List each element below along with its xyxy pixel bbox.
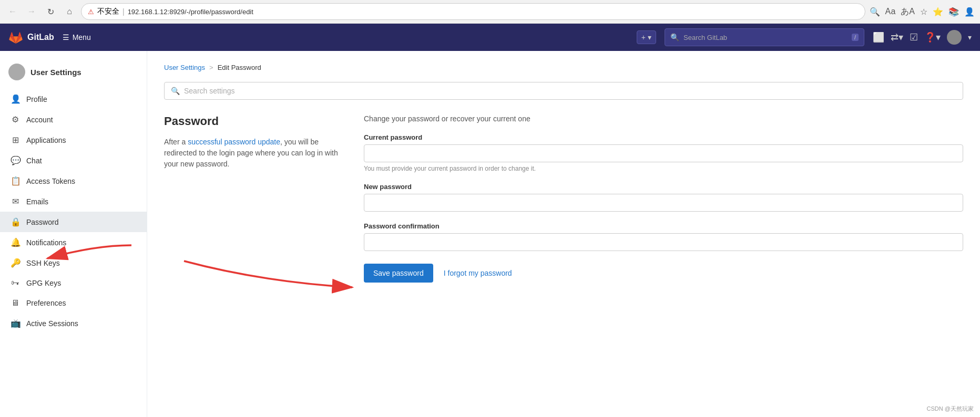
sidebar-avatar <box>8 64 25 80</box>
content-right: Change your password or recover your cur… <box>364 114 963 283</box>
sidebar-item-account[interactable]: ⚙ Account <box>0 109 147 130</box>
sidebar-item-label-gpg-keys: GPG Keys <box>26 279 61 287</box>
hamburger-icon: ☰ <box>63 33 69 41</box>
new-password-input[interactable] <box>364 194 963 212</box>
access-tokens-nav-icon: 📋 <box>11 176 20 186</box>
sidebar-item-label-ssh-keys: SSH Keys <box>26 259 60 267</box>
header-icons: ⬜ ⇄▾ ☑ ❓▾ ▾ <box>873 30 972 45</box>
sidebar-item-notifications[interactable]: 🔔 Notifications <box>0 232 147 253</box>
gitlab-logo[interactable]: GitLab <box>8 30 54 45</box>
current-password-label: Current password <box>364 133 963 141</box>
sidebar-item-label-emails: Emails <box>26 197 48 206</box>
profile-icon[interactable]: 👤 <box>964 7 975 17</box>
new-password-label: New password <box>364 183 963 191</box>
sidebar-item-label-profile: Profile <box>26 95 47 103</box>
sidebar-item-applications[interactable]: ⊞ Applications <box>0 130 147 150</box>
sidebar-item-password[interactable]: 🔒 Password <box>0 212 147 232</box>
sidebar-item-ssh-keys[interactable]: 🔑 SSH Keys <box>0 253 147 273</box>
gitlab-logo-text: GitLab <box>27 33 54 42</box>
app-body: User Settings 👤 Profile ⚙ Account ⊞ Appl… <box>0 51 980 417</box>
sidebar-nav: 👤 Profile ⚙ Account ⊞ Applications 💬 Cha… <box>0 89 147 333</box>
sidebar-title: User Settings <box>30 68 81 77</box>
sidebar-item-chat[interactable]: 💬 Chat <box>0 150 147 171</box>
header-search-input[interactable] <box>683 34 848 41</box>
sidebar-item-label-chat: Chat <box>26 157 42 165</box>
slash-shortcut: / <box>852 34 859 41</box>
home-button[interactable]: ⌂ <box>62 4 77 19</box>
content-left: Password After a successful password upd… <box>164 114 343 283</box>
breadcrumb-current: Edit Password <box>218 64 261 71</box>
address-separator: | <box>122 7 125 16</box>
password-confirmation-group: Password confirmation <box>364 222 963 251</box>
reader-mode-icon[interactable]: Аа <box>885 7 896 16</box>
sidebar-item-preferences[interactable]: 🖥 Preferences <box>0 293 147 313</box>
change-password-header: Change your password or recover your cur… <box>364 114 963 123</box>
settings-search-bar[interactable]: 🔍 <box>164 82 963 100</box>
sidebar-item-label-preferences: Preferences <box>26 299 66 307</box>
gitlab-fox-icon <box>8 30 23 45</box>
help-icon[interactable]: ❓▾ <box>924 32 941 43</box>
forward-button[interactable]: → <box>24 4 39 19</box>
browser-right-icons: 🔍 Аа あА ☆ ⭐ 📚 👤 <box>870 6 975 17</box>
notifications-nav-icon: 🔔 <box>11 237 20 247</box>
main-content: User Settings > Edit Password 🔍 Password… <box>147 51 980 417</box>
section-description: After a successful password update, you … <box>164 137 343 170</box>
translate-icon[interactable]: あА <box>901 6 915 17</box>
section-desc-part1: After a <box>164 138 188 146</box>
breadcrumb-parent[interactable]: User Settings <box>164 64 205 71</box>
add-button[interactable]: + ▾ <box>637 30 656 44</box>
sidebar-item-active-sessions[interactable]: 📺 Active Sessions <box>0 313 147 333</box>
sidebar-item-gpg-keys[interactable]: 🗝 GPG Keys <box>0 273 147 293</box>
sidebar-item-emails[interactable]: ✉ Emails <box>0 191 147 212</box>
current-password-input[interactable] <box>364 144 963 162</box>
gpg-keys-nav-icon: 🗝 <box>11 278 20 288</box>
password-confirmation-input[interactable] <box>364 233 963 251</box>
settings-search-icon: 🔍 <box>171 87 180 95</box>
merge-requests-icon[interactable]: ⇄▾ <box>891 32 903 43</box>
address-bar[interactable]: ⚠ 不安全 | 192.168.1.12:8929/-/profile/pass… <box>81 3 865 20</box>
form-actions: Save password I forgot my password <box>364 264 963 283</box>
save-password-button[interactable]: Save password <box>364 264 433 283</box>
breadcrumb-separator: > <box>209 64 213 71</box>
sidebar-item-access-tokens[interactable]: 📋 Access Tokens <box>0 171 147 191</box>
gitlab-header: GitLab ☰ Menu + ▾ 🔍 / ⬜ ⇄▾ ☑ ❓▾ ▾ <box>0 24 980 51</box>
warning-text: 不安全 <box>97 7 119 16</box>
favorites-icon[interactable]: ☆ <box>920 7 927 17</box>
forgot-password-link[interactable]: I forgot my password <box>444 269 512 277</box>
active-sessions-nav-icon: 📺 <box>11 318 20 328</box>
refresh-button[interactable]: ↻ <box>43 4 58 19</box>
browser-search-icon[interactable]: 🔍 <box>870 7 880 17</box>
header-search[interactable]: 🔍 / <box>665 28 864 46</box>
password-confirmation-label: Password confirmation <box>364 222 963 230</box>
applications-nav-icon: ⊞ <box>11 135 20 145</box>
sidebar-header: User Settings <box>0 59 147 89</box>
sidebar-item-label-password: Password <box>26 218 58 226</box>
new-project-icon[interactable]: ⬜ <box>873 32 884 43</box>
settings-search-input[interactable] <box>184 87 956 95</box>
breadcrumb: User Settings > Edit Password <box>164 64 963 71</box>
content-area: Password After a successful password upd… <box>164 114 963 283</box>
menu-button[interactable]: ☰ Menu <box>63 33 91 41</box>
user-menu-arrow[interactable]: ▾ <box>968 33 972 41</box>
sidebar-item-label-account: Account <box>26 116 53 124</box>
current-password-group: Current password You must provide your c… <box>364 133 963 172</box>
header-search-icon: 🔍 <box>670 33 679 41</box>
new-password-group: New password <box>364 183 963 212</box>
sidebar-item-profile[interactable]: 👤 Profile <box>0 89 147 109</box>
browser-toolbar: ← → ↻ ⌂ ⚠ 不安全 | 192.168.1.12:8929/-/prof… <box>0 0 980 23</box>
ssh-keys-nav-icon: 🔑 <box>11 258 20 268</box>
back-button[interactable]: ← <box>5 4 20 19</box>
section-desc-link[interactable]: successful password update <box>188 138 280 146</box>
collection-icon[interactable]: 📚 <box>948 7 959 17</box>
menu-label: Menu <box>73 33 91 41</box>
add-dropdown-icon: ▾ <box>648 33 651 41</box>
profile-nav-icon: 👤 <box>11 94 20 104</box>
user-avatar[interactable] <box>947 30 962 45</box>
issues-icon[interactable]: ☑ <box>910 32 918 43</box>
url-display: 192.168.1.12:8929/-/profile/password/edi… <box>128 8 859 16</box>
sidebar-item-label-applications: Applications <box>26 136 66 144</box>
preferences-nav-icon: 🖥 <box>11 298 20 308</box>
browser-chrome: ← → ↻ ⌂ ⚠ 不安全 | 192.168.1.12:8929/-/prof… <box>0 0 980 24</box>
sidebar-item-label-access-tokens: Access Tokens <box>26 177 75 185</box>
star-icon[interactable]: ⭐ <box>933 7 943 17</box>
